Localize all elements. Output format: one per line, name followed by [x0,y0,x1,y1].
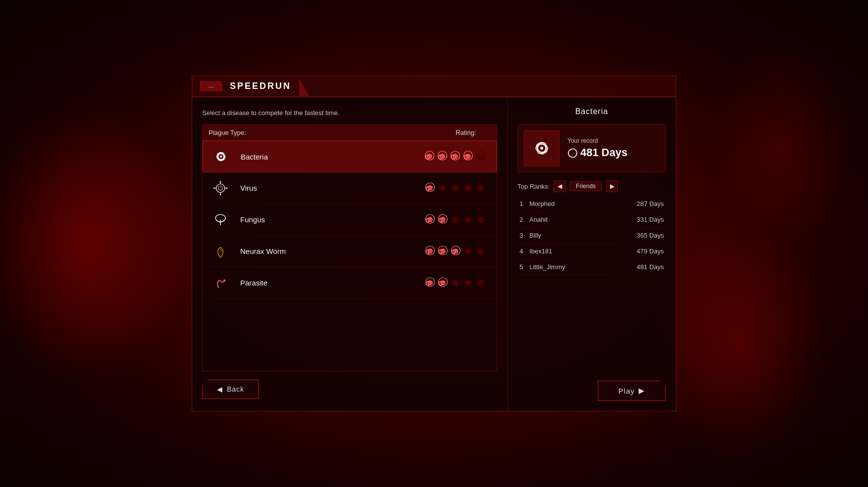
record-value: ◯ 481 Days [567,146,627,159]
disease-item-fungus[interactable]: Fungus [203,204,497,236]
rank-row-5: 5 Little_Jimmy 481 Days [518,259,666,275]
biohazard-icon-3 [463,150,474,163]
rank-number: 5 [518,259,527,275]
rank-number: 3 [518,228,527,244]
disease-item-parasite[interactable]: Parasite [203,267,497,299]
rank-row-2: 2 Anahit 331 Days [518,212,666,228]
biohazard-icon-2 [450,245,461,258]
disease-list-container: Plague Type: Rating: Bacteria [202,124,497,371]
content-area: Select a disease to compete for the fast… [192,97,676,411]
neurax-worm-name: Neurax Worm [240,247,425,255]
svg-point-24 [226,187,228,189]
friends-filter-button[interactable]: Friends [569,181,602,191]
svg-point-22 [214,187,215,189]
biohazard-icon-2 [450,150,461,163]
disease-item-neurax-worm[interactable]: Neurax Worm [203,236,497,267]
bacteria-icon [209,145,233,168]
rank-player-name: Little_Jimmy [527,259,605,275]
record-info: Your record ◯ 481 Days [567,137,627,159]
biohazard-icon-4 [476,182,487,195]
rank-number: 4 [518,244,527,259]
svg-point-4 [220,156,222,158]
biohazard-icon-4 [476,245,487,258]
plague-type-label: Plague Type: [209,129,456,136]
virus-name: Virus [240,184,425,192]
fungus-rating [425,213,487,226]
ranks-table: 1 Morphed 287 Days 2 Anahit 331 Days 3 B… [518,196,666,275]
neurax-worm-icon [209,240,232,263]
biohazard-icon-2 [450,182,461,195]
neurax-worm-rating [425,245,487,258]
biohazard-icon-3 [463,182,474,195]
fungus-icon [209,208,232,232]
biohazard-icon-0 [425,182,435,195]
fungus-name: Fungus [240,215,425,224]
play-chevron-icon: ▶ [639,386,645,395]
bacteria-name: Bacteria [241,153,424,161]
right-panel: Bacteria Your record ◯ [508,97,676,411]
bacteria-rating [424,150,486,163]
parasite-rating [425,277,487,289]
biohazard-icon-0 [424,150,435,163]
window-header: — SPEEDRUN [192,76,676,97]
biohazard-icon-4 [476,213,487,226]
svg-point-16 [218,186,223,190]
play-label: Play [618,387,635,395]
back-label: Back [227,385,244,393]
rank-row-3: 3 Billy 365 Days [518,228,666,244]
rank-number: 1 [518,196,527,212]
rank-player-name: Morphed [527,196,605,212]
biohazard-icon-1 [437,245,448,258]
record-label: Your record [567,137,627,144]
biohazard-icon-2 [450,277,461,289]
play-button[interactable]: Play ▶ [598,380,666,401]
svg-point-15 [216,184,224,192]
rank-player-name: Anahit [527,212,605,228]
disease-list[interactable]: Bacteria [203,141,497,371]
biohazard-icon-4 [476,277,487,289]
left-bottom: ◀ Back [202,371,497,399]
svg-point-71 [540,147,543,150]
biohazard-icon-0 [425,245,435,258]
bacteria-svg [529,136,554,161]
biohazard-icon-1 [437,182,448,195]
biohazard-icon-0 [425,213,435,226]
left-panel: Select a disease to compete for the fast… [192,97,508,411]
biohazard-icon-2 [450,213,461,226]
instruction-text: Select a disease to compete for the fast… [202,109,497,117]
disease-title: Bacteria [518,107,666,116]
window-title: SPEEDRUN [222,78,299,94]
biohazard-icon-3 [463,213,474,226]
ranks-prev-button[interactable]: ◀ [554,180,565,192]
top-ranks-section: Top Ranks: ◀ Friends ▶ 1 Morphed 287 Day… [518,180,666,372]
bacteria-icon-large [524,130,560,166]
rank-score: 287 Days [605,196,666,212]
ranks-next-button[interactable]: ▶ [606,180,618,192]
biohazard-icon-3 [463,245,474,258]
top-ranks-label: Top Ranks: [518,183,550,190]
disease-item-virus[interactable]: Virus [203,172,497,204]
rank-score: 331 Days [605,212,666,228]
rank-score: 479 Days [605,244,666,259]
timer-icon: ◯ [567,147,577,158]
back-button[interactable]: ◀ Back [202,379,259,399]
rank-number: 2 [518,212,527,228]
svg-point-56 [223,279,225,281]
parasite-name: Parasite [240,279,425,287]
biohazard-icon-3 [463,277,474,289]
rating-label: Rating: [456,129,476,136]
window-tab: — [200,81,222,91]
rank-row-1: 1 Morphed 287 Days [518,196,666,212]
svg-point-18 [220,181,221,182]
biohazard-icon-4 [476,150,486,163]
rank-player-name: Billy [527,228,605,244]
disease-item-bacteria[interactable]: Bacteria [203,141,497,172]
rank-player-name: Ibex181 [527,244,605,259]
svg-point-20 [220,194,221,195]
list-header: Plague Type: Rating: [203,125,497,141]
biohazard-icon-1 [437,277,448,289]
record-card: Your record ◯ 481 Days [518,124,666,172]
biohazard-icon-0 [425,277,435,289]
right-bottom: Play ▶ [518,380,666,401]
biohazard-icon-1 [437,150,448,163]
